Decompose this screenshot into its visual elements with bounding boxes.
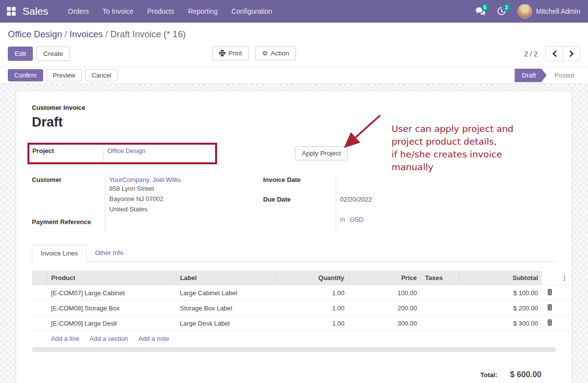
preview-button[interactable]: Preview (47, 69, 82, 81)
content-area: Customer Invoice Draft Project Office De… (0, 84, 588, 383)
cancel-button[interactable]: Cancel (85, 69, 118, 81)
add-a-line-link[interactable]: Add a line (51, 335, 79, 342)
project-label: Project (29, 147, 103, 162)
label-cell[interactable]: Storage Box Label (176, 301, 275, 316)
pager-next-button[interactable] (563, 46, 580, 61)
row-handle-cell[interactable] (32, 301, 47, 316)
add-a-note-link[interactable]: Add a note (138, 335, 169, 342)
user-menu[interactable]: Mitchell Admin (517, 4, 580, 19)
table-horizontal-scrollbar[interactable] (32, 347, 556, 352)
invoice-date-value[interactable] (336, 176, 459, 196)
apps-menu-icon[interactable] (7, 7, 16, 16)
quantity-cell[interactable]: 1.00 (275, 285, 348, 301)
due-date-value[interactable]: 02/20/2022 (336, 196, 459, 215)
menu-item[interactable]: Orders (61, 0, 96, 23)
add-a-section-link[interactable]: Add a section (90, 335, 128, 342)
annotation-line: project product details, (392, 135, 548, 148)
state-steps: Draft Posted (514, 69, 582, 82)
column-header-product[interactable]: Product (47, 271, 176, 285)
taxes-cell[interactable] (421, 285, 459, 301)
activities-button[interactable]: 2 (493, 2, 511, 20)
due-date-label: Due Date (263, 196, 336, 215)
annotation-arrow (340, 111, 398, 156)
tab-other-info[interactable]: Other Info (87, 245, 132, 261)
price-cell[interactable]: 100.00 (348, 285, 421, 301)
customer-name-link[interactable]: YourCompany, Joel Willis (109, 176, 181, 183)
taxes-cell[interactable] (421, 301, 459, 316)
menu-item[interactable]: Reporting (181, 0, 225, 23)
trash-icon (547, 289, 553, 295)
column-header-price[interactable]: Price (348, 271, 421, 285)
control-panel: Edit Create Print ⚙ Action 2 / 2 (0, 42, 588, 67)
totals-section: Total: $ 600.00 (32, 370, 541, 379)
pager: 2 / 2 (524, 46, 580, 61)
customer-address: 858 Lynn Street Bayonne NJ 07002 United … (109, 183, 263, 214)
payment-reference-label: Payment Reference (32, 218, 105, 233)
subtotal-cell: $ 300.00 (459, 316, 542, 331)
chevron-left-icon (552, 51, 557, 57)
messages-button[interactable]: 5 (471, 2, 489, 20)
currency-link[interactable]: USD (350, 216, 363, 223)
price-cell[interactable]: 300.00 (348, 316, 421, 331)
optional-columns-icon[interactable]: ⋮ (557, 271, 572, 285)
delete-line-button[interactable] (542, 316, 557, 331)
trash-icon (547, 319, 553, 326)
column-header-quantity[interactable]: Quantity (275, 271, 348, 285)
menu-item[interactable]: Products (140, 0, 181, 23)
invoice-lines-body: [E-COM07] Large Cabinet Large Cabinet La… (32, 285, 572, 331)
label-cell[interactable]: Large Desk Label (176, 316, 275, 331)
create-button[interactable]: Create (36, 47, 70, 61)
quantity-cell[interactable]: 1.00 (275, 316, 348, 331)
state-step-draft[interactable]: Draft (514, 69, 546, 82)
notebook-tabs: Invoice Lines Other Info (32, 245, 556, 262)
state-step-posted[interactable]: Posted (547, 69, 582, 82)
annotation-text: User can apply project and project produ… (392, 123, 548, 174)
column-header-label[interactable]: Label (176, 271, 275, 285)
breadcrumb-invoices[interactable]: Invoices (70, 29, 103, 39)
project-value-link[interactable]: Office Design (107, 147, 146, 154)
gear-icon: ⚙ (262, 50, 268, 57)
row-handle-cell[interactable] (32, 316, 47, 331)
delete-line-button[interactable] (542, 301, 557, 316)
payment-reference-value[interactable] (105, 218, 263, 233)
action-label: Action (270, 50, 289, 57)
menu-item[interactable]: To Invoice (96, 0, 140, 23)
subtotal-cell: $ 100.00 (459, 285, 542, 301)
product-cell[interactable]: [E-COM08] Storage Box (47, 301, 176, 316)
edit-button[interactable]: Edit (8, 47, 33, 61)
breadcrumb: Office Design/Invoices/Draft Invoice (* … (8, 29, 580, 40)
price-cell[interactable]: 200.00 (348, 301, 421, 316)
total-value: $ 600.00 (510, 370, 541, 379)
invoice-line-row[interactable]: [E-COM07] Large Cabinet Large Cabinet La… (32, 285, 572, 301)
customer-label: Customer (32, 176, 105, 218)
breadcrumb-office-design[interactable]: Office Design (8, 29, 62, 39)
action-button[interactable]: ⚙ Action (255, 46, 296, 60)
invoice-line-row[interactable]: [E-COM08] Storage Box Storage Box Label … (32, 301, 572, 316)
quantity-cell[interactable]: 1.00 (275, 301, 348, 316)
product-cell[interactable]: [E-COM09] Large Desk (47, 316, 176, 331)
address-line: Bayonne NJ 07002 (109, 194, 263, 204)
label-cell[interactable]: Large Cabinet Label (176, 285, 275, 301)
pager-previous-button[interactable] (545, 46, 563, 61)
breadcrumb-row: Office Design/Invoices/Draft Invoice (* … (0, 23, 588, 42)
print-button[interactable]: Print (212, 46, 249, 60)
taxes-cell[interactable] (421, 316, 459, 331)
menu-item[interactable]: Configuration (224, 0, 279, 23)
invoice-line-row[interactable]: [E-COM09] Large Desk Large Desk Label 1.… (32, 316, 572, 331)
app-name[interactable]: Sales (23, 5, 49, 17)
avatar (517, 4, 532, 19)
table-add-row: Add a line Add a section Add a note (32, 331, 572, 347)
confirm-button[interactable]: Confirm (8, 69, 43, 81)
invoice-sheet: Customer Invoice Draft Project Office De… (16, 91, 572, 383)
tab-invoice-lines[interactable]: Invoice Lines (32, 245, 87, 262)
annotation-line: manually (392, 161, 548, 174)
chevron-right-icon (569, 51, 574, 57)
address-line: United States (109, 204, 263, 214)
row-handle-cell[interactable] (32, 285, 47, 301)
column-header-taxes[interactable]: Taxes (421, 271, 459, 285)
product-cell[interactable]: [E-COM07] Large Cabinet (47, 285, 176, 301)
user-name: Mitchell Admin (536, 7, 580, 15)
column-header-subtotal[interactable]: Subtotal (459, 271, 542, 285)
breadcrumb-separator: / (62, 29, 70, 39)
delete-line-button[interactable] (542, 285, 557, 301)
